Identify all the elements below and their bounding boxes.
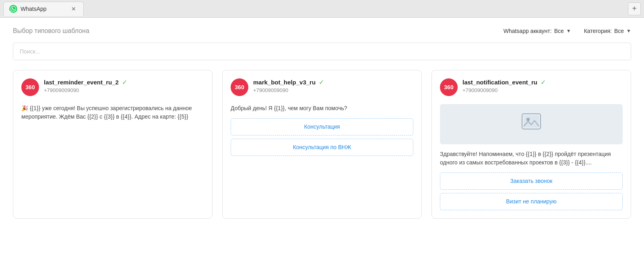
card-button[interactable]: Консультация: [231, 118, 413, 135]
whatsapp-tab[interactable]: WhatsApp ✕: [3, 2, 84, 16]
card-button[interactable]: Визит не планирую: [440, 193, 623, 210]
category-filter-label: Категория:: [584, 28, 612, 34]
card-body-text: Добрый день! Я {{1}}, чем могу Вам помоч…: [231, 105, 347, 111]
avatar-label: 360: [235, 84, 244, 90]
image-icon: [522, 113, 541, 135]
tab-bar: WhatsApp ✕ +: [0, 0, 644, 18]
card-info: last_notification_event_ru ✓ +7900900909…: [462, 78, 623, 93]
category-filter[interactable]: Категория: Все ▼: [584, 28, 631, 34]
avatar-label: 360: [444, 84, 453, 90]
card-name: last_reminder_event_ru_2: [44, 79, 119, 86]
card-info: last_reminder_event_ru_2 ✓ +79009009090: [44, 78, 204, 93]
card-button[interactable]: Заказать звонок: [440, 172, 623, 190]
card-name-row: last_notification_event_ru ✓: [462, 78, 623, 86]
card-name-row: last_reminder_event_ru_2 ✓: [44, 78, 204, 86]
template-card[interactable]: 360 last_reminder_event_ru_2 ✓ +79009009…: [13, 70, 213, 219]
card-info: mark_bot_help_v3_ru ✓ +79009009090: [253, 78, 413, 93]
account-filter-value: Все: [554, 28, 564, 34]
svg-rect-1: [524, 115, 539, 127]
card-name: last_notification_event_ru: [462, 79, 537, 86]
card-avatar: 360: [21, 78, 39, 96]
card-buttons: Заказать звонокВизит не планирую: [440, 172, 623, 210]
search-wrap: [13, 43, 631, 60]
template-card[interactable]: 360 mark_bot_help_v3_ru ✓ +79009009090 Д…: [222, 70, 422, 219]
verified-icon: ✓: [319, 78, 324, 86]
card-avatar: 360: [440, 78, 458, 96]
card-avatar: 360: [231, 78, 248, 96]
card-buttons: КонсультацияКонсультация по ВНЖ: [231, 118, 413, 156]
account-filter-label: Whatsapp аккаунт:: [504, 28, 552, 34]
filter-group: Whatsapp аккаунт: Все ▼ Категория: Все ▼: [504, 28, 631, 34]
search-input[interactable]: [13, 43, 631, 60]
card-body: Здравствуйте! Напоминаем, что {{1}} в {{…: [440, 104, 623, 210]
card-body-text: Здравствуйте! Напоминаем, что {{1}} в {{…: [440, 151, 611, 166]
account-filter[interactable]: Whatsapp аккаунт: Все ▼: [504, 28, 571, 34]
account-filter-chevron: ▼: [566, 28, 571, 34]
card-image-placeholder: [440, 104, 623, 144]
card-button[interactable]: Консультация по ВНЖ: [231, 139, 413, 156]
card-name: mark_bot_help_v3_ru: [253, 79, 316, 86]
verified-icon: ✓: [122, 78, 127, 86]
card-body-text: 🎉 {{1}} уже сегодня! Вы успешно зарегист…: [21, 105, 192, 120]
tab-title: WhatsApp: [21, 6, 47, 12]
card-phone: +79009009090: [44, 87, 204, 93]
card-name-row: mark_bot_help_v3_ru ✓: [253, 78, 413, 86]
tab-close-button[interactable]: ✕: [70, 5, 78, 13]
svg-point-2: [526, 118, 530, 121]
page-title: Выбор типового шаблона: [13, 27, 504, 35]
cards-grid: 360 last_reminder_event_ru_2 ✓ +79009009…: [13, 70, 631, 219]
avatar-label: 360: [25, 84, 35, 90]
card-header: 360 last_reminder_event_ru_2 ✓ +79009009…: [21, 78, 204, 96]
category-filter-value: Все: [614, 28, 624, 34]
verified-icon: ✓: [541, 78, 546, 86]
main-content: Выбор типового шаблона Whatsapp аккаунт:…: [0, 18, 644, 279]
card-header: 360 last_notification_event_ru ✓ +790090…: [440, 78, 623, 96]
card-body: 🎉 {{1}} уже сегодня! Вы успешно зарегист…: [21, 104, 204, 121]
card-phone: +79009009090: [253, 87, 413, 93]
template-card[interactable]: 360 last_notification_event_ru ✓ +790090…: [431, 70, 631, 219]
whatsapp-icon: [9, 5, 17, 13]
category-filter-chevron: ▼: [626, 28, 631, 34]
card-body: Добрый день! Я {{1}}, чем могу Вам помоч…: [231, 104, 413, 156]
card-header: 360 mark_bot_help_v3_ru ✓ +79009009090: [231, 78, 413, 96]
add-tab-button[interactable]: +: [628, 2, 641, 15]
header-row: Выбор типового шаблона Whatsapp аккаунт:…: [13, 27, 631, 35]
card-phone: +79009009090: [462, 87, 623, 93]
